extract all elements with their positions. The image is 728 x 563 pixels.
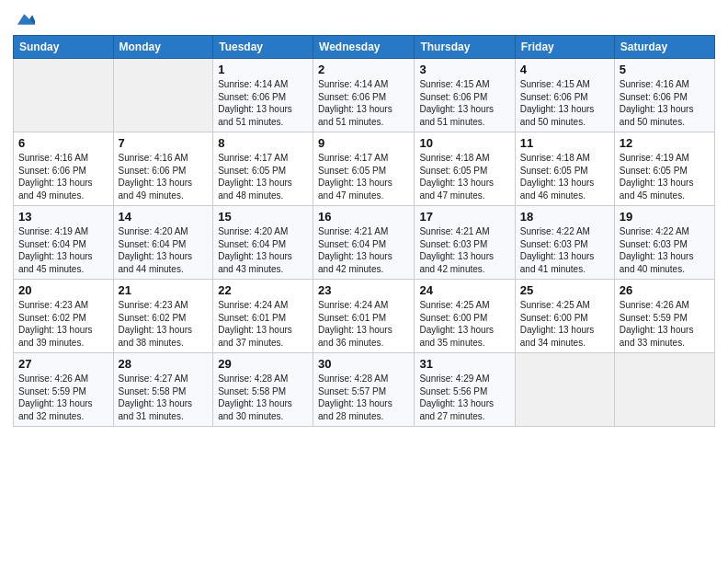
col-header-tuesday: Tuesday (213, 36, 313, 59)
day-cell: 9Sunrise: 4:17 AM Sunset: 6:05 PM Daylig… (313, 132, 415, 206)
col-header-friday: Friday (515, 36, 614, 59)
day-info: Sunrise: 4:17 AM Sunset: 6:05 PM Dayligh… (318, 152, 409, 201)
day-cell: 23Sunrise: 4:24 AM Sunset: 6:01 PM Dayli… (313, 280, 415, 353)
day-info: Sunrise: 4:29 AM Sunset: 5:56 PM Dayligh… (419, 373, 509, 422)
day-cell: 5Sunrise: 4:16 AM Sunset: 6:06 PM Daylig… (614, 59, 714, 132)
day-cell: 16Sunrise: 4:21 AM Sunset: 6:04 PM Dayli… (313, 206, 415, 280)
day-number: 2 (318, 63, 409, 76)
day-cell: 30Sunrise: 4:28 AM Sunset: 5:57 PM Dayli… (313, 353, 415, 427)
day-info: Sunrise: 4:28 AM Sunset: 5:57 PM Dayligh… (318, 373, 409, 422)
day-number: 31 (419, 357, 509, 371)
day-info: Sunrise: 4:18 AM Sunset: 6:05 PM Dayligh… (520, 152, 609, 201)
day-cell: 17Sunrise: 4:21 AM Sunset: 6:03 PM Dayli… (415, 206, 515, 280)
week-row-3: 13Sunrise: 4:19 AM Sunset: 6:04 PM Dayli… (14, 206, 715, 280)
day-number: 5 (620, 63, 710, 76)
day-cell: 13Sunrise: 4:19 AM Sunset: 6:04 PM Dayli… (14, 206, 114, 280)
day-cell: 4Sunrise: 4:15 AM Sunset: 6:06 PM Daylig… (515, 59, 614, 132)
day-info: Sunrise: 4:25 AM Sunset: 6:00 PM Dayligh… (520, 299, 609, 349)
day-cell: 27Sunrise: 4:26 AM Sunset: 5:59 PM Dayli… (14, 353, 114, 427)
day-info: Sunrise: 4:27 AM Sunset: 5:58 PM Dayligh… (119, 373, 209, 422)
day-cell: 12Sunrise: 4:19 AM Sunset: 6:05 PM Dayli… (614, 132, 714, 206)
day-cell (515, 353, 614, 427)
day-number: 19 (620, 210, 710, 224)
day-info: Sunrise: 4:23 AM Sunset: 6:02 PM Dayligh… (119, 299, 209, 349)
day-info: Sunrise: 4:15 AM Sunset: 6:06 PM Dayligh… (520, 78, 609, 128)
day-number: 8 (218, 136, 308, 150)
day-number: 14 (119, 210, 209, 224)
calendar-header-row: SundayMondayTuesdayWednesdayThursdayFrid… (14, 36, 715, 59)
week-row-5: 27Sunrise: 4:26 AM Sunset: 5:59 PM Dayli… (14, 353, 715, 427)
day-cell: 8Sunrise: 4:17 AM Sunset: 6:05 PM Daylig… (213, 132, 313, 206)
day-number: 29 (218, 357, 308, 371)
day-info: Sunrise: 4:18 AM Sunset: 6:05 PM Dayligh… (419, 152, 509, 201)
day-number: 3 (419, 63, 509, 76)
day-info: Sunrise: 4:16 AM Sunset: 6:06 PM Dayligh… (119, 152, 209, 201)
day-info: Sunrise: 4:15 AM Sunset: 6:06 PM Dayligh… (419, 78, 509, 128)
day-cell: 1Sunrise: 4:14 AM Sunset: 6:06 PM Daylig… (213, 59, 313, 132)
day-cell: 20Sunrise: 4:23 AM Sunset: 6:02 PM Dayli… (14, 280, 114, 353)
day-cell (14, 59, 114, 132)
day-cell: 19Sunrise: 4:22 AM Sunset: 6:03 PM Dayli… (614, 206, 714, 280)
day-cell: 26Sunrise: 4:26 AM Sunset: 5:59 PM Dayli… (614, 280, 714, 353)
day-cell: 14Sunrise: 4:20 AM Sunset: 6:04 PM Dayli… (113, 206, 213, 280)
day-info: Sunrise: 4:20 AM Sunset: 6:04 PM Dayligh… (218, 225, 308, 275)
day-info: Sunrise: 4:22 AM Sunset: 6:03 PM Dayligh… (520, 225, 609, 275)
day-cell: 31Sunrise: 4:29 AM Sunset: 5:56 PM Dayli… (415, 353, 515, 427)
day-info: Sunrise: 4:19 AM Sunset: 6:04 PM Dayligh… (18, 225, 108, 275)
day-number: 25 (520, 283, 609, 297)
logo (13, 9, 35, 29)
day-cell: 22Sunrise: 4:24 AM Sunset: 6:01 PM Dayli… (213, 280, 313, 353)
day-number: 15 (218, 210, 308, 224)
day-number: 27 (18, 357, 108, 371)
day-info: Sunrise: 4:17 AM Sunset: 6:05 PM Dayligh… (218, 152, 308, 201)
day-number: 10 (419, 136, 509, 150)
day-number: 23 (318, 283, 409, 297)
day-number: 20 (18, 283, 108, 297)
week-row-4: 20Sunrise: 4:23 AM Sunset: 6:02 PM Dayli… (14, 280, 715, 353)
day-info: Sunrise: 4:21 AM Sunset: 6:03 PM Dayligh… (419, 225, 509, 275)
logo-icon (15, 9, 35, 29)
day-info: Sunrise: 4:28 AM Sunset: 5:58 PM Dayligh… (218, 373, 308, 422)
col-header-monday: Monday (113, 36, 213, 59)
day-number: 28 (119, 357, 209, 371)
day-number: 26 (620, 283, 710, 297)
col-header-saturday: Saturday (614, 36, 714, 59)
day-info: Sunrise: 4:24 AM Sunset: 6:01 PM Dayligh… (218, 299, 308, 349)
day-number: 21 (119, 283, 209, 297)
day-cell: 28Sunrise: 4:27 AM Sunset: 5:58 PM Dayli… (113, 353, 213, 427)
day-cell: 10Sunrise: 4:18 AM Sunset: 6:05 PM Dayli… (415, 132, 515, 206)
day-cell: 29Sunrise: 4:28 AM Sunset: 5:58 PM Dayli… (213, 353, 313, 427)
col-header-wednesday: Wednesday (313, 36, 415, 59)
day-info: Sunrise: 4:24 AM Sunset: 6:01 PM Dayligh… (318, 299, 409, 349)
day-info: Sunrise: 4:19 AM Sunset: 6:05 PM Dayligh… (620, 152, 710, 201)
day-cell: 11Sunrise: 4:18 AM Sunset: 6:05 PM Dayli… (515, 132, 614, 206)
day-cell (113, 59, 213, 132)
day-info: Sunrise: 4:16 AM Sunset: 6:06 PM Dayligh… (18, 152, 108, 201)
day-info: Sunrise: 4:26 AM Sunset: 5:59 PM Dayligh… (18, 373, 108, 422)
day-cell: 18Sunrise: 4:22 AM Sunset: 6:03 PM Dayli… (515, 206, 614, 280)
day-number: 12 (620, 136, 710, 150)
day-info: Sunrise: 4:23 AM Sunset: 6:02 PM Dayligh… (18, 299, 108, 349)
day-info: Sunrise: 4:14 AM Sunset: 6:06 PM Dayligh… (218, 78, 308, 128)
day-number: 11 (520, 136, 609, 150)
calendar-table: SundayMondayTuesdayWednesdayThursdayFrid… (13, 35, 715, 427)
day-number: 24 (419, 283, 509, 297)
day-number: 17 (419, 210, 509, 224)
day-number: 16 (318, 210, 409, 224)
week-row-2: 6Sunrise: 4:16 AM Sunset: 6:06 PM Daylig… (14, 132, 715, 206)
day-info: Sunrise: 4:21 AM Sunset: 6:04 PM Dayligh… (318, 225, 409, 275)
week-row-1: 1Sunrise: 4:14 AM Sunset: 6:06 PM Daylig… (14, 59, 715, 132)
day-number: 1 (218, 63, 308, 76)
day-cell: 15Sunrise: 4:20 AM Sunset: 6:04 PM Dayli… (213, 206, 313, 280)
day-cell: 21Sunrise: 4:23 AM Sunset: 6:02 PM Dayli… (113, 280, 213, 353)
day-info: Sunrise: 4:22 AM Sunset: 6:03 PM Dayligh… (620, 225, 710, 275)
day-number: 4 (520, 63, 609, 76)
day-info: Sunrise: 4:26 AM Sunset: 5:59 PM Dayligh… (620, 299, 710, 349)
day-info: Sunrise: 4:20 AM Sunset: 6:04 PM Dayligh… (119, 225, 209, 275)
day-number: 9 (318, 136, 409, 150)
header (13, 9, 715, 29)
day-cell: 7Sunrise: 4:16 AM Sunset: 6:06 PM Daylig… (113, 132, 213, 206)
col-header-sunday: Sunday (14, 36, 114, 59)
col-header-thursday: Thursday (415, 36, 515, 59)
day-cell: 24Sunrise: 4:25 AM Sunset: 6:00 PM Dayli… (415, 280, 515, 353)
